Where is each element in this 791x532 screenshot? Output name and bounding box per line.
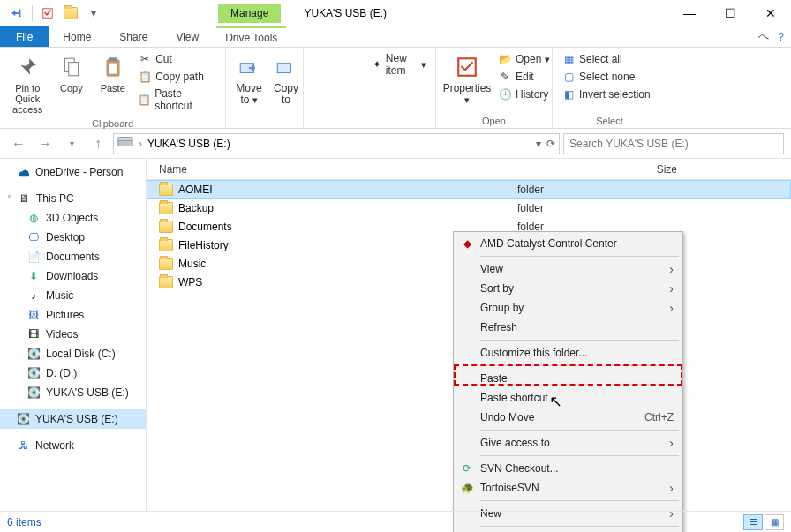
select-none-icon: ▢ <box>561 70 576 84</box>
edit-button[interactable]: ✎Edit <box>496 69 552 85</box>
address-path: YUKA'S USB (E:) <box>147 138 230 150</box>
tortoise-icon: 🐢 <box>459 480 475 496</box>
properties-button[interactable]: Properties ▾ <box>443 51 491 107</box>
forward-button[interactable]: → <box>34 132 56 155</box>
up-button[interactable]: ↑ <box>87 132 109 155</box>
new-folder-qat-icon[interactable] <box>61 4 80 23</box>
window-title: YUKA'S USB (E:) <box>304 7 387 19</box>
share-tab[interactable]: Share <box>105 26 162 47</box>
file-tab[interactable]: File <box>0 26 49 47</box>
ctx-give-access[interactable]: Give access to <box>456 433 681 453</box>
sidebar-item-music[interactable]: ♪Music <box>0 286 146 305</box>
sidebar-item-3dobjects[interactable]: ◍3D Objects <box>0 208 146 228</box>
copy-to-button[interactable]: Copy to <box>270 51 302 108</box>
address-bar[interactable]: › YUKA'S USB (E:) ▾ ⟳ <box>113 133 560 154</box>
window-controls: — ☐ ✕ <box>669 0 791 26</box>
group-label-select: Select <box>560 114 659 126</box>
column-size[interactable]: Size <box>614 163 685 176</box>
navigation-pane: OneDrive - Person ˅🖥This PC ◍3D Objects … <box>0 159 147 511</box>
file-row[interactable]: Backupfolder <box>147 199 791 217</box>
ctx-amd[interactable]: ◆AMD Catalyst Control Center <box>456 234 681 253</box>
file-row[interactable]: AOMEIfolder <box>147 180 791 199</box>
thispc-icon: 🖥 <box>17 191 31 206</box>
ctx-tortoisesvn[interactable]: 🐢TortoiseSVN <box>456 478 681 498</box>
column-name[interactable]: Name <box>147 163 447 176</box>
qat-dropdown-icon[interactable]: ▾ <box>84 4 103 23</box>
contextual-tab-manage[interactable]: Manage <box>218 4 281 23</box>
folder-icon <box>159 202 173 214</box>
paste-shortcut-icon: 📋 <box>138 93 151 107</box>
svg-rect-4 <box>69 63 79 76</box>
ctx-undo[interactable]: Undo MoveCtrl+Z <box>456 408 681 427</box>
back-history-icon[interactable] <box>7 4 26 23</box>
ctx-sortby[interactable]: Sort by <box>456 279 681 298</box>
svg-rect-7 <box>109 64 117 74</box>
paste-shortcut-button[interactable]: 📋Paste shortcut <box>136 86 218 113</box>
drive-tools-tab[interactable]: Drive Tools <box>216 26 286 47</box>
file-list-area[interactable]: Name Size AOMEIfolderBackupfolderDocumen… <box>147 159 791 511</box>
ctx-paste-shortcut[interactable]: Paste shortcut <box>456 388 681 408</box>
open-button[interactable]: 📂Open ▾ <box>496 51 552 67</box>
ctx-groupby[interactable]: Group by <box>456 298 681 318</box>
sidebar-item-drive-d[interactable]: 💽D: (D:) <box>0 363 146 383</box>
ctx-customize[interactable]: Customize this folder... <box>456 343 681 363</box>
copy-path-button[interactable]: 📋Copy path <box>136 69 218 85</box>
sidebar-item-onedrive[interactable]: OneDrive - Person <box>0 162 146 182</box>
sidebar-item-network[interactable]: 🖧Network <box>0 436 146 455</box>
sidebar-item-documents[interactable]: 📄Documents <box>0 247 146 266</box>
sidebar-item-desktop[interactable]: 🖵Desktop <box>0 228 146 247</box>
sidebar-item-thispc[interactable]: ˅🖥This PC <box>0 189 146 208</box>
invert-selection-button[interactable]: ◧Invert selection <box>560 86 652 102</box>
body: OneDrive - Person ˅🖥This PC ◍3D Objects … <box>0 159 791 511</box>
title-bar: ▾ Manage YUKA'S USB (E:) — ☐ ✕ <box>0 0 791 26</box>
file-type: folder <box>517 184 614 196</box>
view-tab[interactable]: View <box>162 26 213 47</box>
amd-icon: ◆ <box>459 236 475 251</box>
ctx-view[interactable]: View <box>456 259 681 279</box>
back-button[interactable]: ← <box>7 132 30 155</box>
ctx-svn-checkout[interactable]: ⟳SVN Checkout... <box>456 459 681 478</box>
sidebar-item-pictures[interactable]: 🖼Pictures <box>0 305 146 325</box>
maximize-button[interactable]: ☐ <box>710 0 750 26</box>
address-dropdown-icon[interactable]: ▾ <box>536 138 541 150</box>
file-name: AOMEI <box>178 184 213 196</box>
sidebar-item-localdisk-c[interactable]: 💽Local Disk (C:) <box>0 344 146 363</box>
search-placeholder: Search YUKA'S USB (E:) <box>569 138 689 150</box>
sidebar-item-videos[interactable]: 🎞Videos <box>0 325 146 344</box>
help-icon[interactable]: ? <box>778 31 784 43</box>
ribbon-expand-icon[interactable]: へ <box>758 29 769 44</box>
copy-button[interactable]: Copy <box>53 51 89 95</box>
select-all-button[interactable]: ▦Select all <box>560 51 652 67</box>
cut-button[interactable]: ✂Cut <box>136 51 218 67</box>
pictures-icon: 🖼 <box>26 308 41 322</box>
folder-icon <box>159 184 173 196</box>
copy-to-icon <box>272 53 300 81</box>
minimize-button[interactable]: — <box>669 0 710 26</box>
paste-button[interactable]: Paste <box>94 51 131 95</box>
sidebar-item-downloads[interactable]: ⬇Downloads <box>0 266 146 286</box>
new-item-icon: ✦ <box>372 57 382 71</box>
recent-locations-button[interactable]: ▾ <box>60 132 83 155</box>
sidebar-item-yuka-usb-2[interactable]: 💽YUKA'S USB (E:) <box>0 409 146 429</box>
icons-view-button[interactable]: ▦ <box>765 514 784 530</box>
ribbon-tabs: File Home Share View Drive Tools へ ? <box>0 26 791 48</box>
select-none-button[interactable]: ▢Select none <box>560 69 652 85</box>
properties-qat-icon[interactable] <box>38 4 57 23</box>
close-button[interactable]: ✕ <box>750 0 791 26</box>
home-tab[interactable]: Home <box>49 26 105 47</box>
refresh-icon[interactable]: ⟳ <box>546 138 555 150</box>
new-item-button[interactable]: ✦New item ▾ <box>370 51 428 78</box>
move-to-button[interactable]: Move to ▾ <box>233 51 265 108</box>
downloads-icon: ⬇ <box>26 269 41 283</box>
history-button[interactable]: 🕘History <box>496 86 552 102</box>
usb-icon: 💽 <box>16 412 30 426</box>
sidebar-item-yuka-usb-1[interactable]: 💽YUKA'S USB (E:) <box>0 383 146 402</box>
ctx-refresh[interactable]: Refresh <box>456 318 681 337</box>
group-label-open: Open <box>443 114 545 126</box>
column-headers[interactable]: Name Size <box>147 159 791 180</box>
details-view-button[interactable]: ☰ <box>743 514 763 530</box>
history-icon: 🕘 <box>498 87 512 101</box>
pin-quick-access-button[interactable]: Pin to Quick access <box>7 51 48 116</box>
ctx-paste[interactable]: Paste <box>456 369 681 388</box>
search-box[interactable]: Search YUKA'S USB (E:) <box>563 133 784 154</box>
